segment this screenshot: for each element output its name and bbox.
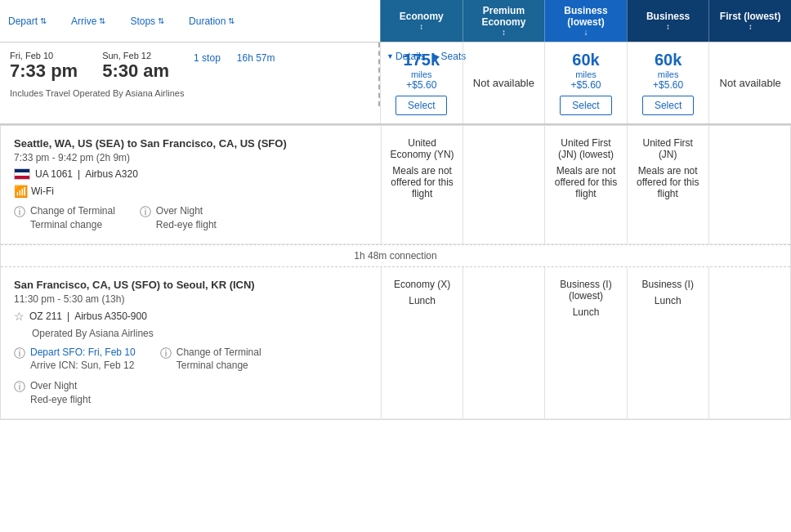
connection-row: 1h 48m connection (1, 244, 790, 267)
segment-1-aircraft: Airbus A320 (85, 168, 138, 180)
segment-1-economy-name: United Economy (YN) (388, 137, 456, 160)
stops-sort-col[interactable]: Stops ⇅ (130, 16, 164, 27)
premium-economy-unavailable: Not available (473, 77, 534, 89)
arrive-date: Sun, Feb 12 (102, 51, 169, 60)
business-lowest-cabin-header[interactable]: Business (lowest) ↓ (544, 0, 627, 42)
duration-label: Duration (189, 16, 226, 27)
economy-select-button[interactable]: Select (396, 96, 447, 115)
segment-2-operated: Operated By Asiana Airlines (14, 328, 368, 339)
economy-miles: 175k (404, 51, 440, 69)
depart-time: 7:33 pm (10, 60, 78, 82)
segment-1-notices: ⓘ Change of Terminal Terminal change ⓘ O… (14, 204, 368, 232)
segment-2-premium-economy-cabin (463, 267, 544, 418)
segment-2-flight-info: ☆ OZ 211 | Airbus A350-900 (14, 310, 368, 323)
segment-2-notice-terminal: ⓘ Change of Terminal Terminal change (160, 346, 261, 373)
segment-1-wifi: 📶 Wi-Fi (14, 185, 368, 198)
depart-block: Fri, Feb 10 7:33 pm (10, 51, 78, 82)
segment-2-economy-name: Economy (X) (388, 279, 456, 290)
segment-2-times: 11:30 pm - 5:30 am (13h) (14, 293, 368, 305)
segment-2-notice-overnight: ⓘ Over Night Red-eye flight (14, 379, 91, 407)
arrive-sort-icon: ⇅ (99, 16, 105, 25)
notice-text-5: Over Night Red-eye flight (30, 379, 91, 407)
depart-label: Depart (8, 16, 38, 27)
united-flag-icon (14, 168, 30, 180)
economy-cabin-header[interactable]: Economy ↕ (380, 0, 463, 42)
notice-icon-2: ⓘ (140, 205, 151, 220)
premium-economy-cabin-header[interactable]: Premium Economy ↕ (463, 0, 545, 42)
first-lowest-price-cell: Not available (708, 42, 791, 123)
notice-text-3: Depart SFO: Fri, Feb 10 Arrive ICN: Sun,… (30, 346, 136, 373)
segment-2-notices-2: ⓘ Over Night Red-eye flight (14, 379, 368, 407)
notice-icon-3: ⓘ (14, 346, 25, 361)
segment-2: San Francisco, CA, US (SFO) to Seoul, KR… (1, 267, 790, 419)
segment-1-business-name: United First (JN) (634, 137, 702, 160)
duration-sort-col[interactable]: Duration ⇅ (189, 16, 235, 27)
segment-1-first-cabin (708, 126, 790, 244)
business-lowest-miles-label: miles (575, 69, 597, 79)
asiana-star-icon: ☆ (14, 310, 25, 323)
business-lowest-cash: +$5.60 (570, 79, 601, 91)
segment-1: Seattle, WA, US (SEA) to San Francisco, … (1, 126, 790, 244)
flight-meta: 1 stop 16h 57m (194, 52, 275, 82)
first-lowest-sort-icon: ↕ (749, 22, 753, 31)
notice-overnight: ⓘ Over Night Red-eye flight (140, 204, 217, 232)
segment-1-business-lowest-cabin: United First (JN) (lowest) Meals are not… (544, 126, 626, 244)
segment-2-first-cabin (708, 267, 790, 418)
flight-summary-left-wrapper: Fri, Feb 10 7:33 pm Sun, Feb 12 5:30 am … (0, 42, 380, 123)
segment-2-notice-dates: ⓘ Depart SFO: Fri, Feb 10 Arrive ICN: Su… (14, 346, 136, 373)
first-lowest-cabin-header[interactable]: First (lowest) ↕ (708, 0, 791, 42)
segment-2-flight-number: OZ 211 (29, 311, 62, 322)
business-cabin-header[interactable]: Business ↕ (627, 0, 709, 42)
segment-2-business-lowest-meal: Lunch (552, 306, 619, 318)
premium-economy-price-cell: Not available (463, 42, 545, 123)
economy-cash: +$5.60 (406, 79, 436, 91)
connection-label: 1h 48m connection (354, 250, 436, 262)
notice-icon-4: ⓘ (160, 346, 172, 361)
flight-summary-info: Fri, Feb 10 7:33 pm Sun, Feb 12 5:30 am … (0, 42, 380, 106)
premium-economy-cabin-label: Premium Economy (467, 5, 542, 28)
business-lowest-cabin-label: Business (lowest) (548, 5, 623, 28)
depart-sort-col[interactable]: Depart ⇅ (8, 16, 47, 27)
segment-2-economy-cabin: Economy (X) Lunch (381, 267, 463, 418)
business-select-button[interactable]: Select (642, 96, 694, 115)
business-miles: 60k (655, 51, 682, 69)
segment-1-business-lowest-name: United First (JN) (lowest) (552, 137, 619, 160)
arrive-block: Sun, Feb 12 5:30 am (102, 51, 169, 82)
stops-value: 1 stop (194, 52, 221, 82)
business-price-cell: 60k miles +$5.60 Select (627, 42, 709, 123)
segment-1-route: Seattle, WA, US (SEA) to San Francisco, … (14, 137, 368, 150)
business-cabin-label: Business (646, 11, 690, 22)
business-lowest-price-cell: 60k miles +$5.60 Select (544, 42, 627, 123)
segment-1-economy-meal: Meals are not offered for this flight (388, 165, 456, 199)
segment-2-business-name: Business (I) (634, 279, 702, 290)
segment-2-business-meal: Lunch (634, 295, 702, 306)
segment-1-premium-economy-cabin (463, 126, 544, 244)
first-lowest-cabin-label: First (lowest) (720, 11, 781, 22)
notice-icon-1: ⓘ (14, 205, 25, 220)
segment-2-separator: | (67, 311, 69, 322)
depart-date: Fri, Feb 10 (10, 51, 78, 60)
segment-1-economy-cabin: United Economy (YN) Meals are not offere… (381, 126, 463, 244)
header-row: Depart ⇅ Arrive ⇅ Stops ⇅ Duration ⇅ Eco… (0, 0, 791, 42)
segment-2-aircraft: Airbus A350-900 (74, 311, 147, 322)
arrive-sort-col[interactable]: Arrive ⇅ (71, 16, 105, 27)
duration-sort-icon: ⇅ (228, 16, 235, 25)
stops-sort-icon: ⇅ (158, 16, 164, 25)
flight-detail-section: Seattle, WA, US (SEA) to San Francisco, … (0, 125, 791, 420)
business-lowest-miles: 60k (572, 51, 599, 69)
economy-sort-icon: ↕ (419, 22, 423, 31)
economy-price-cell: 175k miles +$5.60 Select (380, 42, 463, 123)
depart-sort-icon: ⇅ (40, 16, 47, 25)
segment-2-business-lowest-name: Business (I) (lowest) (552, 279, 619, 302)
wifi-label: Wi-Fi (31, 186, 54, 197)
segment-1-left: Seattle, WA, US (SEA) to San Francisco, … (1, 126, 381, 244)
segment-1-times: 7:33 pm - 9:42 pm (2h 9m) (14, 152, 368, 163)
business-cash: +$5.60 (653, 79, 683, 91)
economy-miles-label: miles (411, 69, 432, 79)
segment-1-flight-info: UA 1061 | Airbus A320 (14, 168, 368, 180)
arrive-label: Arrive (71, 16, 96, 27)
notice-text-2: Over Night Red-eye flight (156, 204, 217, 232)
notice-text-4: Change of Terminal Terminal change (177, 346, 261, 373)
business-lowest-select-button[interactable]: Select (560, 96, 611, 115)
segment-1-separator: | (78, 168, 80, 180)
